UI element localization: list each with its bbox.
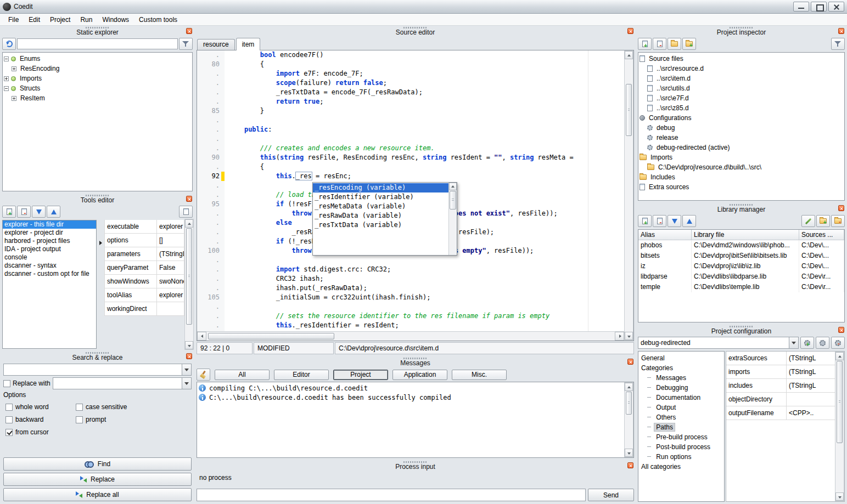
- add-folder-button[interactable]: [667, 38, 681, 50]
- tree-item[interactable]: Includes: [638, 172, 844, 182]
- property-row[interactable]: imports (TStringL: [726, 365, 835, 379]
- open-library-file-button[interactable]: [816, 215, 830, 227]
- scroll-down-icon[interactable]: [835, 492, 844, 501]
- tree-item[interactable]: Imports: [638, 152, 844, 162]
- expander-icon[interactable]: [12, 66, 16, 71]
- tree-item[interactable]: ResItem: [3, 93, 192, 103]
- tree-item[interactable]: ..\src\utils.d: [638, 83, 844, 93]
- tool-list-item[interactable]: explorer - this file dir: [3, 220, 96, 229]
- replace-with-checkbox[interactable]: [3, 380, 10, 387]
- search-option[interactable]: prompt: [76, 416, 189, 423]
- property-row[interactable]: showWindows swoNone: [104, 275, 184, 288]
- configuration-combo[interactable]: debug-redirected: [638, 337, 799, 349]
- code-line[interactable]: . ihash.put(_resRawData);: [197, 284, 624, 293]
- move-down-button[interactable]: [667, 215, 681, 227]
- expander-icon[interactable]: [4, 56, 9, 61]
- scroll-up-icon[interactable]: [835, 352, 844, 360]
- scroll-down-icon[interactable]: [185, 341, 193, 349]
- panel-close-icon[interactable]: [838, 327, 844, 333]
- panel-close-icon[interactable]: [186, 196, 192, 202]
- property-value[interactable]: []: [157, 234, 184, 247]
- property-row[interactable]: workingDirect: [104, 302, 184, 316]
- panel-close-icon[interactable]: [627, 359, 633, 365]
- filter-button[interactable]: [179, 38, 193, 50]
- library-row[interactable]: libdparse C:\Dev\dlibs\libdparse.lib C:\…: [638, 271, 844, 282]
- tree-item[interactable]: C:\Dev\dproj\resource.d\build\..\src\: [638, 162, 844, 172]
- tool-list-item[interactable]: explorer - project dir: [3, 229, 96, 237]
- panel-close-icon[interactable]: [838, 205, 844, 211]
- menu-item[interactable]: Run: [75, 15, 97, 25]
- category-item[interactable]: Paths: [638, 422, 724, 432]
- editor-tab[interactable]: item: [236, 38, 261, 50]
- add-configuration-button[interactable]: [800, 337, 814, 349]
- property-value[interactable]: [787, 393, 835, 406]
- scroll-down-icon[interactable]: [625, 449, 633, 457]
- send-button[interactable]: Send: [588, 489, 634, 501]
- tool-list-item[interactable]: dscanner - syntax: [3, 262, 96, 270]
- menu-item[interactable]: File: [3, 15, 24, 25]
- horizontal-scrollbar[interactable]: [197, 331, 624, 341]
- property-value[interactable]: (TStringL: [787, 365, 835, 378]
- add-folder-sources-button[interactable]: [682, 38, 696, 50]
- titlebar[interactable]: Coedit: [0, 0, 847, 14]
- property-row[interactable]: options []: [104, 234, 184, 247]
- run-tool-button[interactable]: [179, 206, 193, 218]
- scrollbar-thumb[interactable]: [450, 191, 456, 209]
- option-checkbox[interactable]: [76, 404, 83, 411]
- search-option[interactable]: whole word: [5, 403, 76, 411]
- menu-item[interactable]: Edit: [24, 15, 45, 25]
- menu-item[interactable]: Project: [45, 15, 75, 25]
- maximize-icon[interactable]: [811, 2, 827, 12]
- library-row[interactable]: iz C:\Dev\dproj\iz\lib\iz.lib C:\Dev\...: [638, 261, 844, 271]
- code-line[interactable]: . import e7F: encode_7F;: [197, 69, 624, 78]
- tree-item[interactable]: ..\src\item.d: [638, 73, 844, 83]
- property-value[interactable]: (TStringL: [787, 379, 835, 392]
- category-item[interactable]: Pre-build process: [638, 432, 724, 442]
- library-row[interactable]: bitsets C:\Dev\dproj\bitSet\lib\bitsets.…: [638, 251, 844, 261]
- library-row[interactable]: phobos C:\Dev\dmd2\windows\lib\phob... C…: [638, 240, 844, 251]
- scroll-up-icon[interactable]: [625, 51, 633, 59]
- clear-messages-button[interactable]: [197, 369, 210, 381]
- code-line[interactable]: 85 }: [197, 106, 624, 116]
- property-value[interactable]: (TStringL: [157, 247, 184, 261]
- column-header-sources[interactable]: Sources ...: [799, 230, 844, 240]
- property-row[interactable]: executable explorer: [104, 220, 184, 234]
- code-line[interactable]: .: [197, 256, 624, 265]
- code-line[interactable]: . scope(failure) return false;: [197, 78, 624, 88]
- code-line[interactable]: . public:: [197, 125, 624, 134]
- property-row[interactable]: parameters (TStringL: [104, 247, 184, 261]
- property-row[interactable]: extraSources (TStringL: [726, 352, 835, 365]
- category-item[interactable]: Run options: [638, 452, 724, 462]
- tool-list-item[interactable]: dscanner - custom opt for file: [3, 270, 96, 278]
- message-filter-button[interactable]: Misc.: [452, 370, 507, 380]
- property-value[interactable]: [157, 302, 184, 315]
- panel-close-icon[interactable]: [627, 28, 633, 34]
- code-line[interactable]: .: [197, 302, 624, 312]
- category-item[interactable]: Debugging: [638, 383, 724, 393]
- tree-item[interactable]: Configurations: [638, 113, 844, 123]
- code-line[interactable]: 105 _initialSum = crc322uint(ihash.finis…: [197, 293, 624, 302]
- property-row[interactable]: queryParamet False: [104, 261, 184, 275]
- property-row[interactable]: objectDirectory: [726, 393, 835, 406]
- replace-term-combo[interactable]: [53, 377, 192, 389]
- category-item[interactable]: Others: [638, 412, 724, 422]
- add-library-button[interactable]: [638, 215, 652, 227]
- code-line[interactable]: . bool encodee7F(): [197, 50, 624, 60]
- scrollbar-thumb[interactable]: [626, 392, 632, 415]
- scrollbar-thumb[interactable]: [208, 333, 334, 339]
- category-item[interactable]: Post-build process: [638, 442, 724, 452]
- category-item[interactable]: Messages: [638, 373, 724, 383]
- vertical-scrollbar[interactable]: [184, 219, 194, 350]
- scrollbar-thumb[interactable]: [837, 361, 843, 443]
- message-filter-button[interactable]: Editor: [274, 370, 329, 380]
- search-option[interactable]: from cursor: [5, 428, 76, 436]
- edit-library-button[interactable]: [801, 215, 815, 227]
- menu-item[interactable]: Windows: [97, 15, 134, 25]
- library-row[interactable]: temple C:\Dev\dlibs\temple.lib C:\Dev\r.…: [638, 282, 844, 292]
- code-line[interactable]: . _resTxtData = encode_7F(_resRawData);: [197, 88, 624, 97]
- column-header-library-file[interactable]: Library file: [692, 230, 799, 240]
- category-item[interactable]: Documentation: [638, 393, 724, 403]
- property-value[interactable]: explorer: [157, 288, 184, 302]
- message-filter-button[interactable]: Application: [392, 370, 447, 380]
- tool-list-item[interactable]: IDA - project output: [3, 245, 96, 253]
